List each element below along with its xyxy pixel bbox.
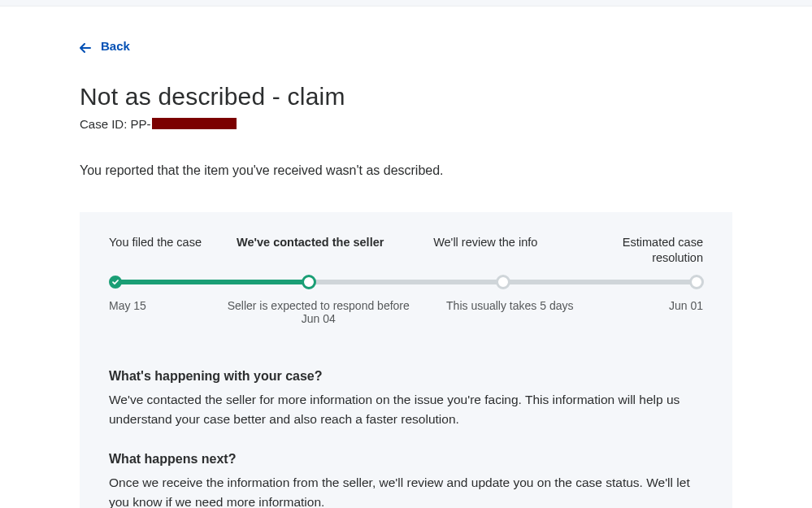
case-status-panel: You filed the case We've contacted the s… (80, 212, 732, 509)
page-content: Back Not as described - claim Case ID: P… (0, 7, 812, 508)
window-chrome-strip (0, 0, 812, 7)
what-next-heading: What happens next? (109, 452, 703, 467)
case-id-redacted (152, 118, 237, 129)
step-3-node (496, 275, 510, 289)
progress-track (109, 275, 703, 289)
step-2-label: We've contacted the seller (223, 235, 398, 267)
arrow-left-icon (80, 41, 91, 51)
whats-happening-heading: What's happening with your case? (109, 369, 703, 384)
progress-stepper: You filed the case We've contacted the s… (109, 235, 703, 336)
back-button[interactable]: Back (80, 39, 130, 53)
report-summary: You reported that the item you've receiv… (80, 163, 732, 178)
step-1-sub: May 15 (109, 299, 223, 325)
step-4-node (689, 275, 704, 289)
step-3-label: We'll review the info (398, 235, 574, 267)
step-3-sub: This usually takes 5 days (415, 299, 606, 325)
step-4-sub: Jun 01 (606, 299, 703, 325)
step-sublabels-row: May 15 Seller is expected to respond bef… (109, 299, 703, 325)
case-id-line: Case ID: PP- (80, 117, 732, 131)
what-next-body: Once we receive the information from the… (109, 473, 703, 508)
step-2-node (302, 275, 316, 289)
page-title: Not as described - claim (80, 83, 732, 111)
case-id-label: Case ID: PP- (80, 117, 151, 131)
step-4-label: Estimated case resolution (573, 235, 703, 267)
step-labels-row: You filed the case We've contacted the s… (109, 235, 703, 267)
step-1-node-check-icon (109, 276, 122, 289)
progress-bar-fill (115, 280, 309, 284)
step-1-label: You filed the case (109, 235, 223, 267)
whats-happening-body: We've contacted the seller for more info… (109, 390, 703, 429)
back-label: Back (101, 39, 130, 53)
step-2-sub: Seller is expected to respond before Jun… (223, 299, 415, 325)
